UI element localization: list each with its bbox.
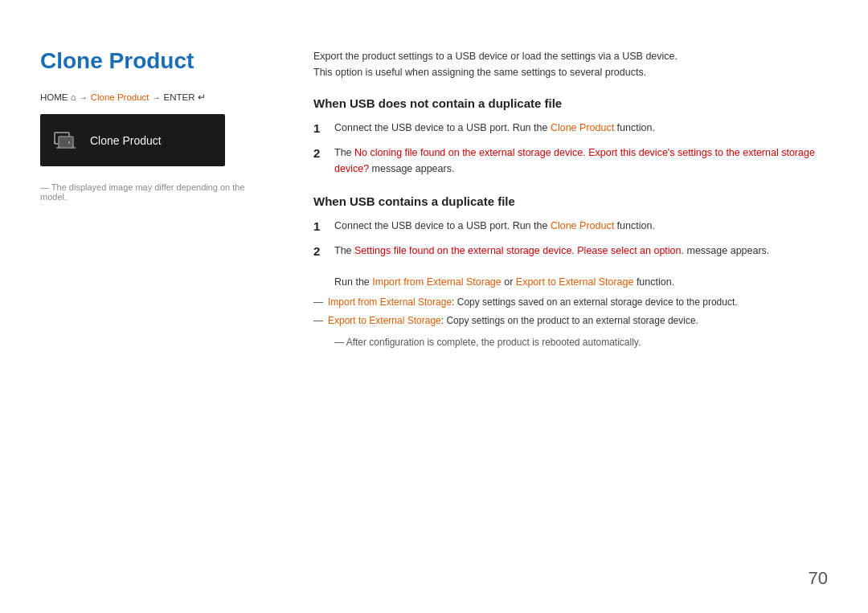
settings-file-link: Settings file found on the external stor… [354, 245, 684, 256]
import-link-2[interactable]: Import from External Storage [328, 296, 452, 308]
clone-product-link-2[interactable]: Clone Product [551, 220, 614, 231]
section1-item1: 1 Connect the USB device to a USB port. … [313, 120, 828, 137]
item-text: The Settings file found on the external … [334, 243, 769, 259]
import-link-1[interactable]: Import from External Storage [372, 276, 501, 288]
sub-item-text: Import from External Storage: Copy setti… [328, 295, 738, 310]
intro-text: Export the product settings to a USB dev… [313, 48, 828, 80]
intro-line1: Export the product settings to a USB dev… [313, 51, 678, 62]
sub-item-export: ― Export to External Storage: Copy setti… [313, 313, 828, 329]
menu-item-label: Clone Product [90, 134, 162, 147]
no-cloning-link: No cloning file found on the external st… [334, 147, 815, 174]
section1-item2: 2 The No cloning file found on the exter… [313, 145, 828, 177]
section2-item1: 1 Connect the USB device to a USB port. … [313, 218, 828, 235]
item-num: 2 [313, 243, 325, 260]
svg-rect-1 [59, 137, 73, 148]
section2-item2: 2 The Settings file found on the externa… [313, 243, 828, 260]
section1-list: 1 Connect the USB device to a USB port. … [313, 120, 828, 177]
footer-note: ― After configuration is complete, the p… [334, 337, 828, 348]
dash: ― [313, 313, 323, 329]
dash: ― [313, 295, 323, 310]
item-text: The No cloning file found on the externa… [334, 145, 828, 177]
left-column: Clone Product HOME ⌂ → Clone Product → E… [40, 48, 265, 581]
breadcrumb: HOME ⌂ → Clone Product → ENTER ↵ [40, 92, 265, 103]
run-text: Run the Import from External Storage or … [334, 274, 828, 290]
item-num: 1 [313, 218, 325, 235]
image-note: ― The displayed image may differ dependi… [40, 182, 265, 202]
right-column: Export the product settings to a USB dev… [313, 48, 828, 581]
item-num: 2 [313, 145, 325, 161]
section2-list: 1 Connect the USB device to a USB port. … [313, 218, 828, 260]
breadcrumb-arrow-1: → [80, 93, 88, 102]
export-link-2[interactable]: Export to External Storage [328, 315, 441, 326]
page-number: 70 [809, 568, 828, 589]
intro-line2: This option is useful when assigning the… [313, 67, 646, 78]
export-link-1[interactable]: Export to External Storage [516, 276, 634, 288]
section1-title: When USB does not contain a duplicate fi… [313, 96, 828, 110]
item-text: Connect the USB device to a USB port. Ru… [334, 218, 655, 234]
breadcrumb-link[interactable]: Clone Product [91, 92, 149, 102]
breadcrumb-arrow-2: → [153, 93, 161, 102]
section1: When USB does not contain a duplicate fi… [313, 96, 828, 177]
breadcrumb-home: HOME ⌂ [40, 92, 76, 102]
clone-product-link-1[interactable]: Clone Product [551, 122, 614, 133]
section2: When USB contains a duplicate file 1 Con… [313, 194, 828, 348]
clone-icon [53, 128, 79, 153]
menu-item-box[interactable]: Clone Product [40, 114, 225, 166]
sub-item-import: ― Import from External Storage: Copy set… [313, 295, 828, 310]
page-title: Clone Product [40, 48, 265, 74]
sub-item-text: Export to External Storage: Copy setting… [328, 313, 698, 329]
breadcrumb-enter: ENTER ↵ [164, 92, 206, 103]
item-num: 1 [313, 120, 325, 137]
sub-list: ― Import from External Storage: Copy set… [313, 295, 828, 329]
section2-title: When USB contains a duplicate file [313, 194, 828, 208]
item-text: Connect the USB device to a USB port. Ru… [334, 120, 655, 136]
